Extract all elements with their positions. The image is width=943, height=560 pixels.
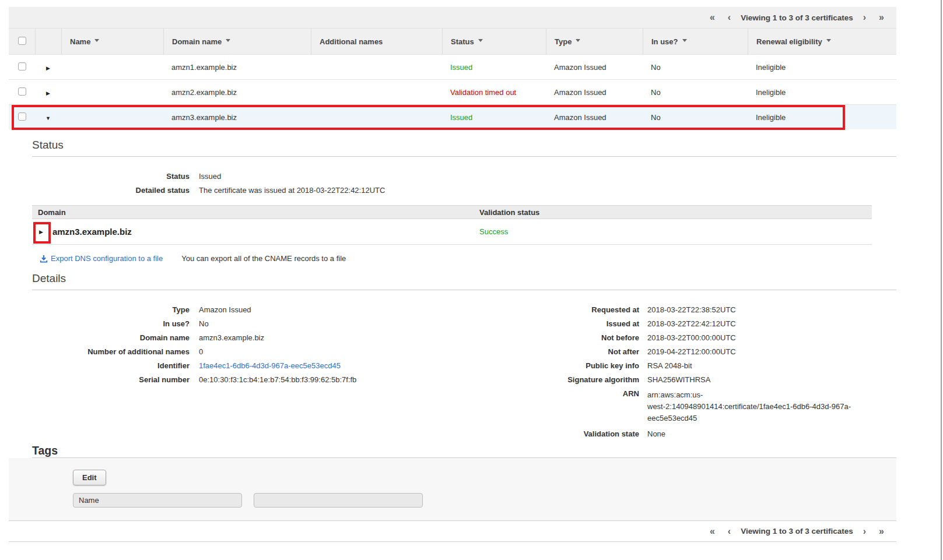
signature-algorithm-value: SHA256WITHRSA (647, 375, 878, 384)
issued-at-label: Issued at (537, 319, 639, 328)
domain-column-header: Domain (32, 208, 479, 217)
signature-algorithm-label: Signature algorithm (537, 375, 639, 384)
cell-renewal-eligibility: Ineligible (748, 54, 896, 79)
validation-status-column-header: Validation status (479, 208, 539, 217)
window-right-edge (941, 0, 942, 560)
type-label: Type (32, 305, 190, 314)
divider (32, 156, 896, 157)
cell-name (61, 54, 163, 79)
expand-arrow-icon[interactable]: ▶ (46, 90, 50, 96)
export-dns-link[interactable]: Export DNS configuration to a file (40, 254, 163, 263)
tags-section: Tags Edit (9, 444, 896, 521)
serial-number-value: 0e:10:30:f3:1c:b4:1e:b7:54:bb:f3:99:62:5… (199, 375, 356, 384)
table-header-row: Name Domain name Additional names Status… (9, 28, 896, 54)
validation-state-value: None (647, 429, 878, 438)
cell-domain-name: amzn2.example.biz (163, 79, 311, 104)
not-before-label: Not before (537, 333, 639, 342)
sort-caret-icon (826, 39, 831, 44)
last-page-icon[interactable]: » (872, 527, 891, 536)
row-checkbox[interactable] (18, 112, 26, 121)
first-page-icon[interactable]: « (703, 527, 721, 536)
column-header-additional-names: Additional names (311, 28, 442, 54)
additional-names-count-value: 0 (199, 347, 356, 356)
requested-at-value: 2018-03-22T22:38:52UTC (647, 305, 878, 314)
cell-domain-name: amzn3.example.biz (163, 104, 311, 129)
row-checkbox[interactable] (18, 62, 26, 71)
cell-type: Amazon Issued (546, 79, 643, 104)
cell-in-use: No (643, 54, 748, 79)
divider (32, 290, 896, 290)
cell-type: Amazon Issued (546, 104, 643, 129)
next-page-icon[interactable]: › (857, 527, 872, 536)
first-page-icon[interactable]: « (703, 13, 721, 22)
domain-validation-table: Domain Validation status ▶ amzn3.example… (32, 205, 872, 245)
domain-expand-arrow-icon[interactable]: ▶ (39, 229, 43, 235)
column-header-renewal-eligibility[interactable]: Renewal eligibility (748, 28, 896, 54)
column-header-name[interactable]: Name (61, 28, 163, 54)
bottom-pagination-bar: « ‹ Viewing 1 to 3 of 3 certificates › » (9, 521, 896, 542)
expand-arrow-icon[interactable]: ▶ (46, 65, 50, 71)
status-value: Issued (199, 172, 896, 181)
column-header-in-use[interactable]: In use? (643, 28, 748, 54)
identifier-label: Identifier (32, 361, 190, 370)
public-key-info-label: Public key info (537, 361, 639, 370)
cell-status: Issued (442, 54, 546, 79)
next-page-icon[interactable]: › (857, 13, 872, 22)
cell-name (61, 79, 163, 104)
detailed-status-label: Detailed status (32, 186, 190, 195)
row-checkbox[interactable] (18, 87, 26, 96)
serial-number-label: Serial number (32, 375, 190, 384)
cell-additional-names (311, 79, 442, 104)
acm-certificates-view: « ‹ Viewing 1 to 3 of 3 certificates › »… (0, 0, 943, 560)
domain-name-text: amzn3.example.biz (52, 227, 132, 237)
column-header-domain-name[interactable]: Domain name (163, 28, 311, 54)
domain-name-label: Domain name (32, 333, 190, 342)
certificate-detail-panel: Status Status Issued Detailed status The… (9, 139, 896, 521)
cell-renewal-eligibility: Ineligible (748, 104, 896, 129)
export-hint-text: You can export all of the CNAME records … (181, 254, 346, 263)
details-section-title: Details (32, 272, 896, 285)
not-after-value: 2019-04-22T12:00:00UTC (647, 347, 878, 356)
edit-tags-button[interactable]: Edit (73, 470, 106, 485)
sort-caret-icon (226, 39, 230, 44)
cell-status: Validation timed out (442, 79, 546, 104)
last-page-icon[interactable]: » (872, 13, 891, 22)
in-use-label: In use? (32, 319, 190, 328)
sort-caret-icon (576, 39, 580, 44)
status-section-title: Status (32, 139, 896, 152)
type-value: Amazon Issued (199, 305, 356, 314)
column-header-type[interactable]: Type (546, 28, 643, 54)
sort-caret-icon (94, 39, 99, 44)
status-label: Status (32, 172, 190, 181)
not-before-value: 2018-03-22T00:00:00UTC (647, 333, 878, 342)
cell-type: Amazon Issued (546, 54, 643, 79)
expander-column-header (35, 28, 61, 54)
status-section: Status Status Issued Detailed status The… (9, 139, 896, 263)
cell-domain-name: amzn1.example.biz (163, 54, 311, 79)
prev-page-icon[interactable]: ‹ (721, 527, 737, 536)
tag-name-input[interactable] (73, 493, 242, 508)
prev-page-icon[interactable]: ‹ (721, 13, 737, 22)
issued-at-value: 2018-03-22T22:42:12UTC (647, 319, 878, 328)
tags-section-title: Tags (32, 444, 896, 457)
validation-status-value: Success (479, 227, 508, 236)
collapse-arrow-icon[interactable]: ▼ (45, 115, 51, 121)
table-row-amzn1: ▶ amzn1.example.biz Issued Amazon Issued… (9, 54, 896, 79)
domain-row: ▶ amzn3.example.biz Success (32, 219, 872, 244)
sort-caret-icon (478, 39, 483, 44)
not-after-label: Not after (537, 347, 639, 356)
tags-body: Edit (9, 458, 896, 521)
cell-in-use: No (643, 104, 748, 129)
download-icon (40, 255, 48, 263)
validation-state-label: Validation state (537, 429, 639, 438)
identifier-link[interactable]: 1fae4ec1-6db6-4d3d-967a-eec5e53ecd45 (199, 361, 356, 370)
requested-at-label: Requested at (537, 305, 639, 314)
select-all-checkbox[interactable] (18, 37, 26, 45)
column-header-status[interactable]: Status (442, 28, 546, 54)
cell-additional-names (311, 104, 442, 129)
public-key-info-value: RSA 2048-bit (647, 361, 878, 370)
domain-name-value: amzn3.example.biz (199, 333, 356, 342)
tag-value-input[interactable] (254, 493, 423, 508)
arn-label: ARN (537, 389, 639, 424)
cell-status: Issued (442, 104, 546, 129)
